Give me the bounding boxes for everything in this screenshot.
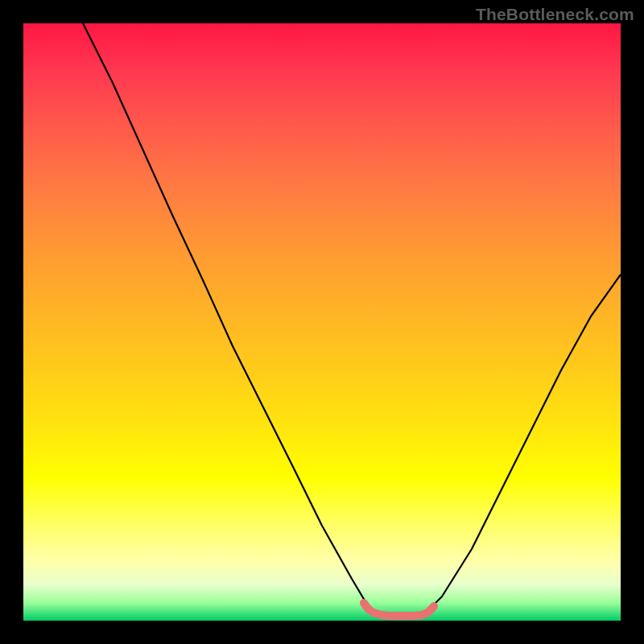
chart-container: TheBottleneck.com [0,0,644,644]
watermark-text: TheBottleneck.com [476,5,634,24]
optimal-zone-marker-line [364,603,434,616]
bottleneck-curve-line [83,23,621,615]
chart-svg [23,23,621,621]
plot-area [23,23,621,621]
